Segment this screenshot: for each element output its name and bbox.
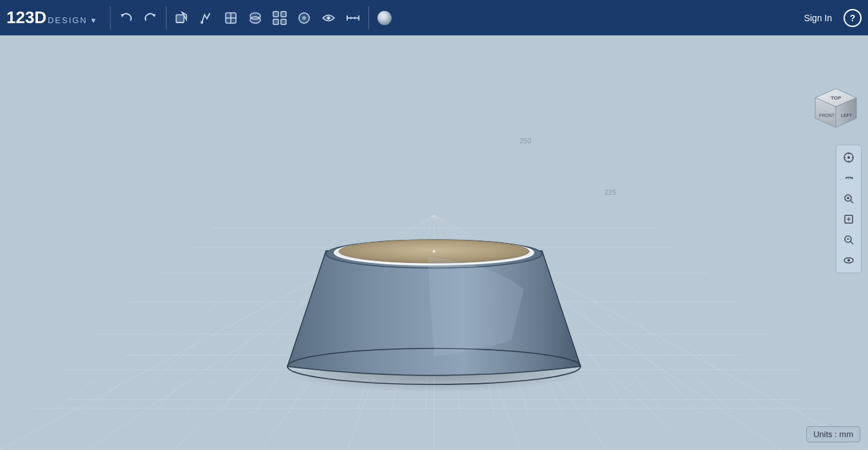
snap-button[interactable]	[317, 6, 340, 30]
group-button[interactable]	[293, 6, 316, 30]
nav-cube[interactable]: TOP FRONT LEFT	[810, 84, 862, 135]
sign-in-button[interactable]: Sign In	[799, 10, 837, 26]
modify-button[interactable]	[244, 6, 267, 30]
3d-object	[273, 135, 595, 392]
sketch-button[interactable]	[195, 6, 218, 30]
toolbar-separator-1	[110, 6, 111, 30]
svg-point-10	[250, 17, 260, 23]
svg-point-23	[377, 11, 392, 25]
undo-redo-group	[114, 6, 162, 30]
construct-button[interactable]	[219, 6, 242, 30]
header-right: Sign In ?	[799, 9, 862, 27]
svg-rect-13	[273, 19, 278, 24]
viewport: 250 225	[0, 35, 868, 450]
header: 123D DESIGN ▾	[0, 0, 868, 35]
zoom-extend-button[interactable]	[839, 210, 858, 229]
svg-marker-0	[121, 14, 124, 17]
measure-button[interactable]	[341, 6, 365, 30]
zoom-fit-button[interactable]	[839, 189, 858, 208]
svg-rect-12	[281, 12, 286, 17]
svg-line-65	[851, 201, 853, 203]
zoom-object-button[interactable]	[839, 230, 858, 249]
svg-point-17	[327, 16, 330, 19]
right-tools-panel	[836, 145, 862, 273]
logo-area: 123D DESIGN ▾	[6, 8, 96, 28]
svg-point-58	[847, 156, 850, 159]
visibility-button[interactable]	[839, 251, 858, 270]
svg-point-50	[433, 250, 435, 253]
svg-text:LEFT: LEFT	[841, 113, 853, 118]
toolbar-separator-3	[368, 6, 369, 30]
toolbar-separator-2	[166, 6, 167, 30]
home-view-button[interactable]	[839, 148, 858, 167]
logo-dropdown-arrow[interactable]: ▾	[91, 15, 96, 25]
svg-text:FRONT: FRONT	[819, 113, 835, 118]
svg-point-75	[847, 259, 850, 262]
orbit-button[interactable]	[839, 168, 858, 188]
logo-design: DESIGN	[48, 15, 87, 25]
svg-text:TOP: TOP	[831, 95, 842, 101]
main-tools-group	[170, 6, 365, 30]
svg-marker-63	[852, 177, 853, 179]
help-button[interactable]: ?	[844, 9, 862, 27]
undo-button[interactable]	[114, 6, 138, 30]
svg-text:225: 225	[604, 188, 616, 196]
pattern-button[interactable]	[268, 6, 291, 30]
svg-marker-1	[152, 14, 156, 17]
svg-point-16	[302, 16, 306, 20]
primitives-button[interactable]	[170, 6, 194, 30]
svg-rect-11	[273, 12, 278, 17]
svg-point-5	[201, 21, 203, 24]
logo-123d: 123D	[6, 8, 46, 28]
svg-rect-14	[281, 19, 286, 24]
svg-rect-2	[176, 15, 184, 22]
units-badge[interactable]: Units : mm	[806, 426, 860, 442]
material-button[interactable]	[373, 6, 396, 30]
redo-button[interactable]	[139, 6, 162, 30]
svg-line-72	[851, 242, 853, 244]
